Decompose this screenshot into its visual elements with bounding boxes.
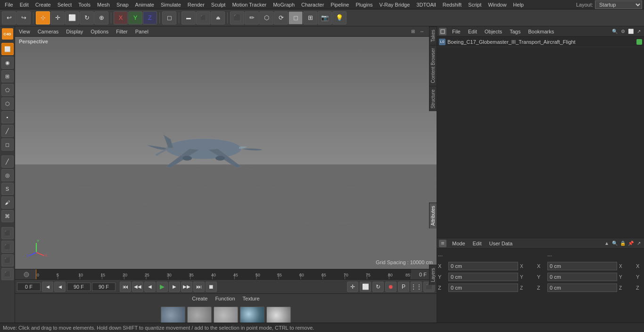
menu-motion-tracker[interactable]: Motion Tracker xyxy=(229,1,269,8)
transform-tool-button[interactable]: ⊕ xyxy=(94,11,108,24)
tool-paint-btn[interactable]: 🖌 xyxy=(1,196,14,209)
move-tool-play-btn[interactable]: ✛ xyxy=(347,282,358,292)
tool-extra3[interactable]: ⬛ xyxy=(1,254,14,267)
attr-search-icon[interactable]: 🔍 xyxy=(611,240,618,247)
vp-icon-lock[interactable]: ↔ xyxy=(418,28,426,35)
vp-menu-options[interactable]: Options xyxy=(89,28,110,35)
attr-menu-mode[interactable]: Mode xyxy=(450,240,467,247)
object-mode-button[interactable]: ◻ xyxy=(162,11,176,24)
tool-extra1[interactable]: ⬛ xyxy=(1,227,14,239)
render-region-button[interactable]: ▬ xyxy=(182,11,196,24)
vp-menu-cameras[interactable]: Cameras xyxy=(36,28,61,35)
attr-y-pos-input[interactable] xyxy=(448,273,518,281)
tool-extra2[interactable]: ⬛ xyxy=(1,241,14,253)
to-start-btn[interactable]: ⏮ xyxy=(120,282,131,292)
vtab-layers[interactable]: Layers xyxy=(429,265,437,285)
menu-edit[interactable]: Edit xyxy=(17,1,32,8)
scale-tool-button[interactable]: ⬜ xyxy=(65,11,79,24)
attr-up-icon[interactable]: ▲ xyxy=(603,240,610,247)
obj-menu-edit[interactable]: Edit xyxy=(466,28,479,35)
render-view-button[interactable]: ⬛ xyxy=(196,11,210,24)
mat-menu-texture[interactable]: Texture xyxy=(241,295,262,302)
vertex-btn[interactable]: • xyxy=(1,111,14,123)
menu-mograph[interactable]: MoGraph xyxy=(270,1,297,8)
vp-menu-panel[interactable]: Panel xyxy=(133,28,150,35)
table-row[interactable]: L0 Boeing_C17_Globemaster_III_Transport_… xyxy=(437,37,644,47)
autokey-btn[interactable]: P xyxy=(398,282,409,292)
attr-menu-userdata[interactable]: User Data xyxy=(487,240,515,247)
vtab-attributes[interactable]: Attributes xyxy=(429,202,437,228)
dots-btn[interactable]: ⋮⋮ xyxy=(411,282,422,292)
scale-tool-play-btn[interactable]: ⬜ xyxy=(360,282,371,292)
prev-frame-btn[interactable]: ◀ xyxy=(42,282,53,292)
menu-select[interactable]: Select xyxy=(55,1,75,8)
mat-menu-create[interactable]: Create xyxy=(190,295,209,302)
next-step-btn[interactable]: ▶ xyxy=(169,282,180,292)
menu-vray[interactable]: V-Ray Bridge xyxy=(377,1,413,8)
vtab-takes[interactable]: Takes xyxy=(429,26,437,45)
edge-btn[interactable]: ╱ xyxy=(1,125,14,137)
obj-menu-bookmarks[interactable]: Bookmarks xyxy=(526,28,556,35)
z-axis-button[interactable]: Z xyxy=(143,11,157,24)
redo-button[interactable]: ↪ xyxy=(17,11,31,24)
menu-3dtoall[interactable]: 3DTOAll xyxy=(413,1,438,8)
texture-mode-btn[interactable]: ◉ xyxy=(1,57,14,69)
obj-search-icon[interactable]: 🔍 xyxy=(611,28,618,35)
menu-animate[interactable]: Animate xyxy=(132,1,157,8)
menu-snap[interactable]: Snap xyxy=(114,1,132,8)
select-tool-button[interactable]: ⊹ xyxy=(36,11,50,24)
model-mode-btn[interactable]: ⬜ xyxy=(1,43,14,55)
undo-button[interactable]: ↩ xyxy=(2,11,16,24)
tool-line-btn[interactable]: ╱ xyxy=(1,155,14,168)
menu-create[interactable]: Create xyxy=(33,1,54,8)
color-button[interactable]: ◻ xyxy=(289,11,303,24)
vp-menu-view[interactable]: View xyxy=(17,28,32,35)
lasso-button[interactable]: ⬡ xyxy=(259,11,273,24)
menu-window[interactable]: Window xyxy=(485,1,509,8)
step-forward-btn[interactable]: ▶▶ xyxy=(181,282,192,292)
morph-mode-btn[interactable]: ⬡ xyxy=(1,97,14,110)
attr-zr-input[interactable] xyxy=(547,283,617,292)
timeline-container[interactable]: 0 5 10 15 20 25 30 35 40 xyxy=(36,269,411,279)
attr-pin-icon[interactable]: 📌 xyxy=(627,240,634,247)
obj-item-visibility[interactable] xyxy=(636,39,642,45)
preview-end-input[interactable] xyxy=(92,283,116,291)
vp-icon-expand[interactable]: ⊞ xyxy=(409,28,417,35)
menu-character[interactable]: Character xyxy=(298,1,327,8)
uv-mode-btn[interactable]: ⊞ xyxy=(1,70,14,82)
vp-menu-display[interactable]: Display xyxy=(64,28,85,35)
menu-redshift[interactable]: Redshift xyxy=(440,1,464,8)
attr-lock-icon[interactable]: 🔒 xyxy=(619,240,626,247)
attr-z-pos-input[interactable] xyxy=(448,283,518,292)
y-axis-button[interactable]: Y xyxy=(128,11,142,24)
to-end-btn[interactable]: ⏭ xyxy=(193,282,205,292)
prev-step-btn[interactable]: ◀ xyxy=(144,282,156,292)
menu-file[interactable]: File xyxy=(2,1,16,8)
stop-btn[interactable]: ⏹ xyxy=(206,282,217,292)
menu-tools[interactable]: Tools xyxy=(75,1,93,8)
vp-menu-filter[interactable]: Filter xyxy=(114,28,129,35)
menu-render[interactable]: Render xyxy=(185,1,207,8)
vtab-structure[interactable]: Structure xyxy=(429,86,437,112)
menu-script[interactable]: Script xyxy=(465,1,484,8)
polygon-btn[interactable]: ◻ xyxy=(1,138,14,151)
attr-yr-input[interactable] xyxy=(547,273,617,281)
rotate-tool-play-btn[interactable]: ↻ xyxy=(372,282,384,292)
pen-tool-button[interactable]: ✏ xyxy=(245,11,259,24)
objects-list[interactable]: L0 Boeing_C17_Globemaster_III_Transport_… xyxy=(437,37,644,238)
attr-xr-input[interactable] xyxy=(547,262,617,270)
menu-simulate[interactable]: Simulate xyxy=(158,1,184,8)
record-btn[interactable]: ⏺ xyxy=(385,282,396,292)
start-frame-input[interactable] xyxy=(17,283,41,291)
cube-view-button[interactable]: ⬛ xyxy=(230,11,244,24)
rotate-tool-button[interactable]: ↻ xyxy=(80,11,94,24)
vtab-content-browser[interactable]: Content Browser xyxy=(429,45,437,86)
obj-filter-icon[interactable]: ⚙ xyxy=(619,28,626,35)
move-tool-button[interactable]: ✛ xyxy=(50,11,65,24)
obj-menu-objects[interactable]: Objects xyxy=(483,28,504,35)
viewport-3d[interactable]: Perspective xyxy=(15,37,437,269)
obj-collapse-icon[interactable]: ↗ xyxy=(636,28,642,35)
grid-button[interactable]: ⊞ xyxy=(303,11,317,24)
render-all-button[interactable]: ⏏ xyxy=(211,11,225,24)
x-axis-button[interactable]: X xyxy=(114,11,128,24)
